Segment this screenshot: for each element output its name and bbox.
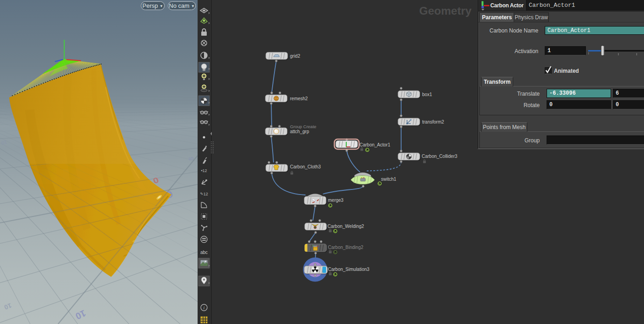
svg-text:5: 5	[187, 157, 195, 161]
svg-text:box1: box1	[422, 92, 432, 97]
svg-text:•12: •12	[201, 168, 207, 173]
svg-text:Geometry: Geometry	[419, 5, 472, 17]
svg-text:Group Create: Group Create	[290, 124, 317, 129]
svg-text:merge3: merge3	[328, 198, 343, 203]
svg-text:grid2: grid2	[290, 54, 301, 59]
svg-text:abc: abc	[200, 250, 208, 255]
svg-text:attch_grp: attch_grp	[290, 129, 309, 134]
svg-text:i: i	[204, 305, 205, 310]
svg-text:Carbon_Cloth3: Carbon_Cloth3	[290, 164, 321, 169]
svg-text:✎12: ✎12	[200, 192, 208, 196]
svg-text:10: 10	[1, 140, 7, 146]
svg-text:remesh2: remesh2	[290, 96, 308, 101]
svg-text:Carbon_Binding2: Carbon_Binding2	[328, 245, 364, 250]
svg-text:Carbon_Simulation3: Carbon_Simulation3	[328, 267, 370, 272]
svg-text:transform2: transform2	[422, 119, 444, 124]
svg-text:Carbon_Welding2: Carbon_Welding2	[327, 224, 364, 229]
svg-text:Carbon_Actor1: Carbon_Actor1	[360, 142, 391, 147]
svg-text:switch1: switch1	[381, 177, 397, 182]
svg-text:Carbon_Collider3: Carbon_Collider3	[422, 154, 457, 159]
